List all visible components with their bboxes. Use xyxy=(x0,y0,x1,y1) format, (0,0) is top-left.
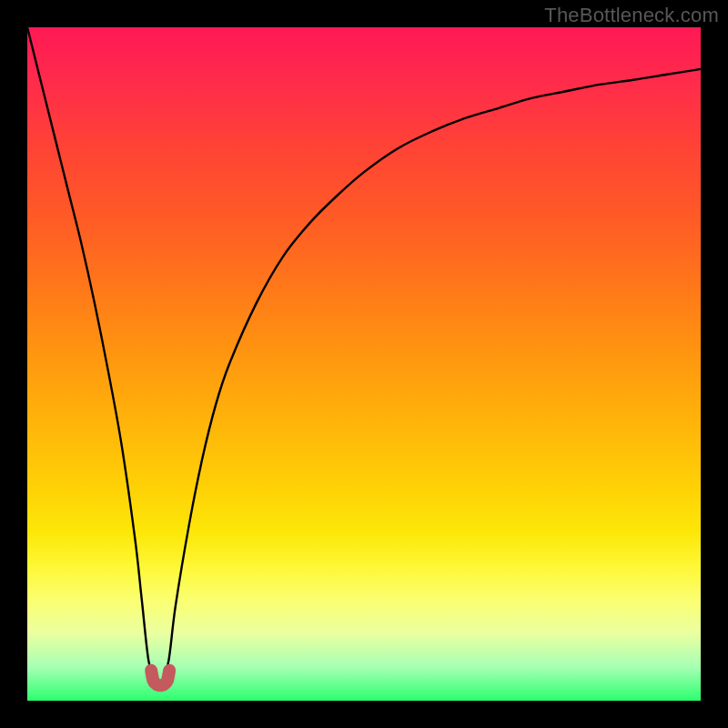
marker-segment-path xyxy=(151,671,169,685)
chart-frame: TheBottleneck.com xyxy=(0,0,728,728)
chart-svg xyxy=(27,27,701,701)
watermark-label: TheBottleneck.com xyxy=(544,4,719,27)
plot-area xyxy=(27,27,701,701)
bottleneck-curve-path xyxy=(27,27,701,683)
